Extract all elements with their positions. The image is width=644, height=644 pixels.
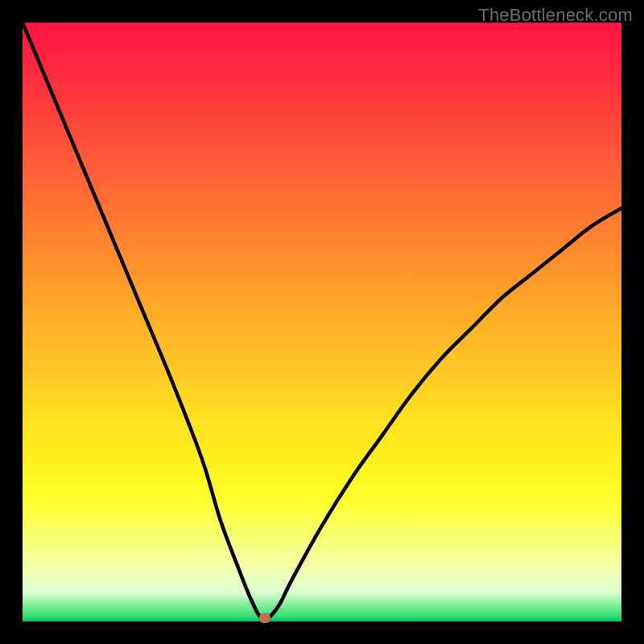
plot-area xyxy=(23,23,621,621)
chart-frame: TheBottleneck.com xyxy=(0,0,644,644)
minimum-marker xyxy=(259,613,270,623)
bottleneck-curve xyxy=(23,23,621,621)
